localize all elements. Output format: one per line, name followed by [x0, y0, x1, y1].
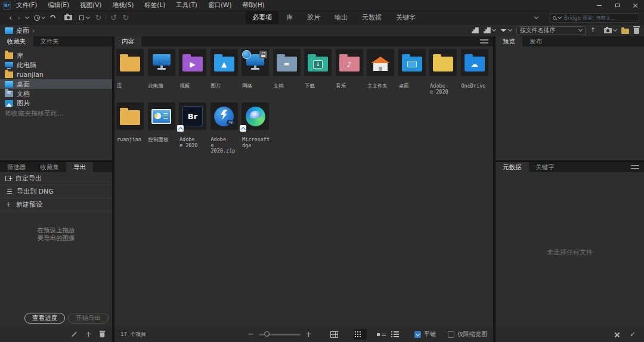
tab-content[interactable]: 内容 — [114, 36, 141, 46]
content-item[interactable]: ruanjian — [116, 102, 144, 156]
search-input[interactable] — [563, 14, 636, 21]
content-item-tile[interactable]: ☁ — [461, 49, 488, 76]
grid-lock-button[interactable] — [327, 329, 340, 340]
forward-button[interactable]: › — [17, 15, 20, 21]
panel-menu-icon[interactable] — [480, 39, 488, 43]
workspace-tab[interactable]: 输出 — [328, 11, 354, 24]
content-item[interactable]: 桌面 — [398, 49, 426, 102]
content-item[interactable]: 网络 — [242, 49, 269, 102]
export-item[interactable]: 导出到 DNG — [0, 185, 112, 198]
panel-tab[interactable]: 关键字 — [529, 162, 562, 172]
sort-ascending-button[interactable]: ↑ — [590, 27, 596, 33]
sort-select[interactable]: 按文件名排序 — [516, 26, 586, 35]
panel-tab[interactable]: 发布 — [522, 36, 549, 46]
panel-tab[interactable]: 导出 — [66, 162, 93, 172]
menu-item[interactable]: 帮助(H) — [237, 1, 270, 10]
delete-button[interactable] — [634, 28, 639, 34]
chevron-down-icon[interactable] — [25, 14, 29, 18]
minimize-button[interactable] — [590, 0, 608, 11]
content-item[interactable]: ↓ 下载 — [304, 49, 332, 102]
export-item[interactable]: 自定导出 — [0, 172, 112, 185]
content-item[interactable]: ▶ 视频 — [179, 49, 206, 102]
content-item-tile[interactable] — [148, 102, 175, 130]
workspace-tab[interactable]: 必要项 — [246, 11, 278, 24]
content-item[interactable]: Microsoft dge — [242, 102, 269, 156]
workspace-tab[interactable]: 元数据 — [355, 11, 388, 24]
refresh-button[interactable]: ↻ — [95, 15, 101, 21]
menu-item[interactable]: 标签(L) — [139, 1, 171, 10]
content-item-tile[interactable]: ↓ — [304, 49, 332, 76]
rotate-left-button[interactable]: ↺ — [110, 15, 117, 21]
cancel-x-icon[interactable] — [614, 331, 620, 337]
favorite-item[interactable]: 库 — [0, 51, 112, 60]
content-item[interactable]: ☁ OneDrive — [461, 49, 488, 102]
content-item[interactable]: 控制面板 — [148, 102, 175, 156]
workspace-tab[interactable]: 库 — [280, 11, 299, 24]
tile-checkbox-row[interactable]: 平铺 — [414, 330, 436, 338]
content-item-tile[interactable] — [429, 49, 457, 76]
panel-menu-icon[interactable] — [631, 165, 639, 169]
content-item-tile[interactable] — [398, 49, 426, 76]
panel-tab[interactable]: 收藏夹 — [0, 36, 33, 46]
favorite-item[interactable]: 图片 — [0, 98, 112, 108]
thumb-only-checkbox-row[interactable]: 仅限缩览图 — [448, 330, 487, 338]
content-item-tile[interactable] — [242, 102, 269, 130]
content-item[interactable]: Adobe e 2020 — [429, 49, 457, 102]
chevron-down-icon[interactable] — [558, 14, 562, 18]
content-item-tile[interactable]: ▲ — [210, 49, 238, 76]
workspace-chevron-icon[interactable] — [534, 14, 538, 18]
workspace-tab[interactable]: 关键字 — [389, 11, 422, 24]
thumbnail-view-button[interactable] — [354, 329, 367, 340]
close-button[interactable] — [626, 0, 644, 11]
rotate-right-button[interactable]: ↻ — [122, 15, 129, 21]
content-item[interactable]: 主文件夹 — [367, 49, 394, 102]
add-plus-icon[interactable]: + — [85, 331, 92, 337]
content-item-tile[interactable] — [116, 102, 144, 130]
edit-pencil-icon[interactable] — [72, 331, 77, 337]
content-item-tile[interactable]: ≡ — [273, 49, 301, 76]
breadcrumb[interactable]: 桌面 › — [5, 26, 35, 35]
menu-item[interactable]: 堆栈(S) — [107, 1, 139, 10]
list-view-button[interactable] — [389, 329, 402, 340]
content-item[interactable]: ≡ 文档 — [273, 49, 301, 102]
favorite-item[interactable]: ruanjian — [0, 70, 112, 79]
content-item-tile[interactable]: zip — [210, 102, 238, 130]
delete-trash-icon[interactable] — [100, 332, 105, 338]
slider-thumb[interactable] — [264, 331, 270, 337]
menu-item[interactable]: 窗口(W) — [203, 1, 237, 10]
content-item-tile[interactable]: Br — [179, 102, 206, 130]
content-item[interactable]: ♪ 音乐 — [336, 49, 363, 102]
content-item-tile[interactable]: ♪ — [336, 49, 363, 76]
menu-item[interactable]: 工具(T) — [171, 1, 203, 10]
content-item[interactable]: zip Adobe e 2020.zip — [210, 102, 238, 156]
zoom-in-button[interactable]: + — [305, 331, 312, 337]
panel-tab[interactable]: 文件夹 — [33, 36, 67, 46]
boomerang-return-button[interactable] — [49, 14, 57, 21]
export-item[interactable]: + 新建预设 — [0, 198, 112, 212]
content-item-tile[interactable]: ▶ — [179, 49, 206, 76]
menu-item[interactable]: 文件(F) — [11, 1, 42, 10]
thumbnail-size-slider[interactable] — [259, 334, 301, 335]
panel-tab[interactable]: 筛选器 — [0, 162, 33, 172]
content-item-tile[interactable] — [367, 49, 394, 76]
panel-tab[interactable]: 元数据 — [496, 162, 529, 172]
panel-tab[interactable]: 预览 — [496, 36, 522, 46]
menu-item[interactable]: 视图(V) — [75, 1, 107, 10]
content-item[interactable]: Br Adobe e 2020 — [179, 102, 206, 156]
tile-checkbox[interactable] — [414, 331, 421, 338]
filter-rating-stairs-icon[interactable] — [472, 27, 479, 33]
menu-item[interactable]: 编辑(E) — [42, 1, 75, 10]
import-camera-button[interactable] — [604, 28, 617, 33]
recent-files-button[interactable] — [34, 15, 45, 21]
restore-button[interactable] — [608, 0, 626, 11]
view-progress-button[interactable]: 查看进度 — [24, 313, 65, 324]
back-button[interactable]: ‹ — [9, 15, 12, 21]
get-photos-camera-button[interactable] — [64, 15, 72, 20]
new-folder-button[interactable] — [621, 29, 629, 34]
filter-dropdown[interactable] — [500, 29, 512, 32]
thumb-only-checkbox[interactable] — [448, 331, 454, 338]
apply-check-icon[interactable]: ✓ — [630, 331, 636, 337]
favorite-item[interactable]: 桌面 — [0, 79, 112, 89]
workspace-tab[interactable]: 胶片 — [301, 11, 327, 24]
content-item[interactable]: ▲ 图片 — [210, 49, 238, 102]
